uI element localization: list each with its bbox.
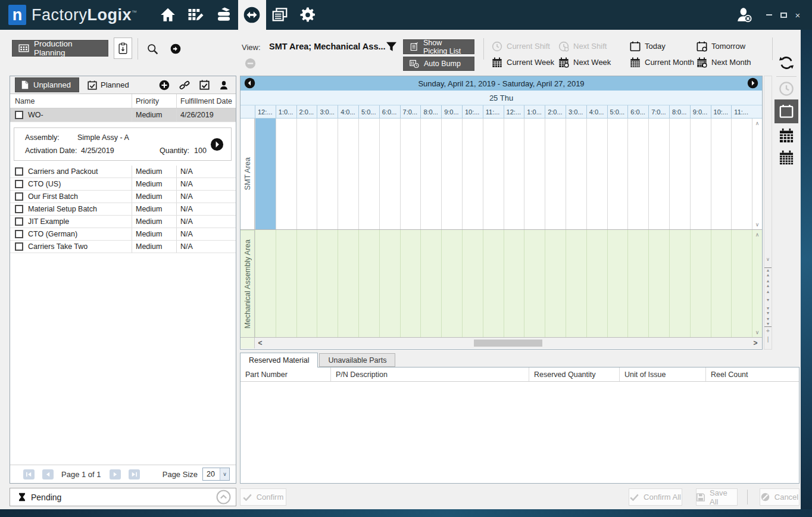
row-checkbox[interactable] <box>15 167 23 176</box>
schedule-cell[interactable] <box>358 230 379 337</box>
schedule-cell[interactable] <box>483 119 504 229</box>
search-button[interactable] <box>146 43 159 55</box>
schedule-cell[interactable] <box>690 230 711 337</box>
row-checkbox[interactable] <box>15 180 23 188</box>
up-icon[interactable]: ▴ <box>764 289 772 294</box>
schedule-cell[interactable] <box>358 119 379 229</box>
zoom-plus-icon[interactable]: + <box>764 329 772 334</box>
schedule-cell[interactable] <box>504 119 524 229</box>
next-month-button[interactable]: Next Month <box>697 57 768 68</box>
close-button[interactable]: × <box>791 7 805 23</box>
link-work-order-button[interactable] <box>179 80 190 91</box>
materials-nav-button[interactable] <box>210 0 238 30</box>
work-order-row-selected[interactable]: WO- Medium 4/26/2019 <box>10 108 236 122</box>
scrollbar-thumb[interactable] <box>474 340 542 347</box>
go-to-button[interactable] <box>170 43 182 55</box>
schedule-cell[interactable] <box>338 230 358 337</box>
schedule-cell[interactable] <box>420 119 441 229</box>
expand-pending-button[interactable] <box>216 490 231 504</box>
shift-view-button[interactable] <box>779 81 794 96</box>
logout-user-button[interactable] <box>735 7 754 23</box>
auto-bump-button[interactable]: Auto Bump <box>403 57 474 71</box>
schedule-cell[interactable] <box>379 119 400 229</box>
schedule-zoom-splitter[interactable]: ∨ ▴▴ ▴▴ ▴ ▾ ▾▾ ▾▾ + | <box>764 76 772 350</box>
material-column-header[interactable]: Reserved Quantity <box>529 367 620 381</box>
previous-period-button[interactable] <box>244 77 255 89</box>
schedule-cell[interactable] <box>586 119 607 229</box>
tab-unplanned[interactable]: Unplanned <box>15 77 79 92</box>
schedule-cell[interactable] <box>731 119 752 229</box>
schedule-cell[interactable] <box>338 119 358 229</box>
schedule-cell[interactable] <box>669 230 690 337</box>
schedule-cell[interactable] <box>711 230 732 337</box>
confirm-button[interactable]: Confirm <box>240 488 286 506</box>
schedule-cell[interactable] <box>731 230 752 337</box>
next-shift-button[interactable]: Next Shift <box>558 41 630 52</box>
show-picking-list-button[interactable]: Show Picking List <box>403 39 474 54</box>
schedule-cell[interactable] <box>317 230 338 337</box>
schedule-cell[interactable] <box>586 230 607 337</box>
schedule-cell[interactable] <box>379 230 400 337</box>
maximize-button[interactable] <box>776 7 791 23</box>
material-column-header[interactable]: Reel Count <box>706 367 799 381</box>
schedule-cell[interactable] <box>400 230 421 337</box>
row-checkbox[interactable] <box>15 205 23 213</box>
schedule-cell[interactable] <box>545 119 566 229</box>
schedule-cell[interactable] <box>607 119 628 229</box>
schedule-cell[interactable] <box>483 230 504 337</box>
material-column-header[interactable]: Unit of Issue <box>620 367 706 381</box>
work-order-row[interactable]: Material Setup Batch Medium N/A <box>10 203 236 216</box>
material-column-header[interactable]: Part Number <box>241 367 331 381</box>
last-page-button[interactable] <box>129 469 140 479</box>
next-page-button[interactable] <box>110 469 121 479</box>
remove-view-button[interactable] <box>245 58 256 69</box>
current-week-button[interactable]: Current Week <box>492 57 558 68</box>
production-planning-button[interactable]: Production Planning <box>12 40 108 57</box>
pending-section-bar[interactable]: Pending <box>10 488 236 506</box>
schedule-cell[interactable] <box>255 119 276 229</box>
schedule-work-order-button[interactable] <box>210 138 224 151</box>
schedule-check-button[interactable] <box>199 80 210 90</box>
schedule-cell[interactable] <box>462 119 483 229</box>
schedule-cell[interactable] <box>566 119 586 229</box>
minimize-button[interactable] <box>762 7 776 23</box>
first-page-button[interactable] <box>23 469 35 479</box>
down-icon[interactable]: ▾ <box>764 298 772 303</box>
work-order-row[interactable]: JIT Example Medium N/A <box>10 216 236 228</box>
tab-unavailable-parts[interactable]: Unavailable Parts <box>319 353 395 367</box>
schedule-cell[interactable] <box>524 230 545 337</box>
process-editor-nav-button[interactable] <box>182 0 210 30</box>
column-header-fulfillment-date[interactable]: Fulfillment Date <box>176 94 236 108</box>
work-order-row[interactable]: Carriers and Packout Medium N/A <box>10 166 236 178</box>
double-up-icon[interactable]: ▴▴ <box>764 279 772 288</box>
smt-row-scrollbar[interactable]: ∧∨ <box>752 119 762 229</box>
add-work-order-button[interactable] <box>159 80 170 91</box>
schedule-cell[interactable] <box>504 230 524 337</box>
chevron-down-icon[interactable]: ∨ <box>764 257 772 262</box>
schedule-cell[interactable] <box>296 230 317 337</box>
schedule-cell[interactable] <box>296 119 317 229</box>
schedule-cell[interactable] <box>276 119 296 229</box>
week-view-button[interactable] <box>779 128 794 144</box>
confirm-all-button[interactable]: Confirm All <box>629 488 682 506</box>
schedule-cell[interactable] <box>400 119 421 229</box>
schedule-cell[interactable] <box>441 230 462 337</box>
row-checkbox[interactable] <box>15 217 23 226</box>
home-nav-button[interactable] <box>154 0 182 30</box>
save-all-button[interactable]: Save All <box>696 488 738 506</box>
assign-person-button[interactable] <box>219 80 229 90</box>
work-order-row[interactable]: CTO (German) Medium N/A <box>10 228 236 241</box>
month-view-button[interactable] <box>779 150 794 166</box>
tab-reserved-material[interactable]: Reserved Material <box>240 353 318 367</box>
row-checkbox[interactable] <box>15 242 23 251</box>
settings-nav-button[interactable] <box>294 0 322 30</box>
schedule-cell[interactable] <box>648 230 669 337</box>
schedule-cell[interactable] <box>317 119 338 229</box>
schedule-cell[interactable] <box>669 119 690 229</box>
schedule-horizontal-scrollbar[interactable]: < > <box>241 337 762 348</box>
row-checkbox[interactable] <box>15 230 23 238</box>
page-size-select[interactable]: 20 ∨ <box>202 468 230 481</box>
scroll-left-icon[interactable]: < <box>255 338 266 348</box>
row-checkbox[interactable] <box>15 192 23 201</box>
tomorrow-button[interactable]: Tomorrow <box>697 41 768 52</box>
